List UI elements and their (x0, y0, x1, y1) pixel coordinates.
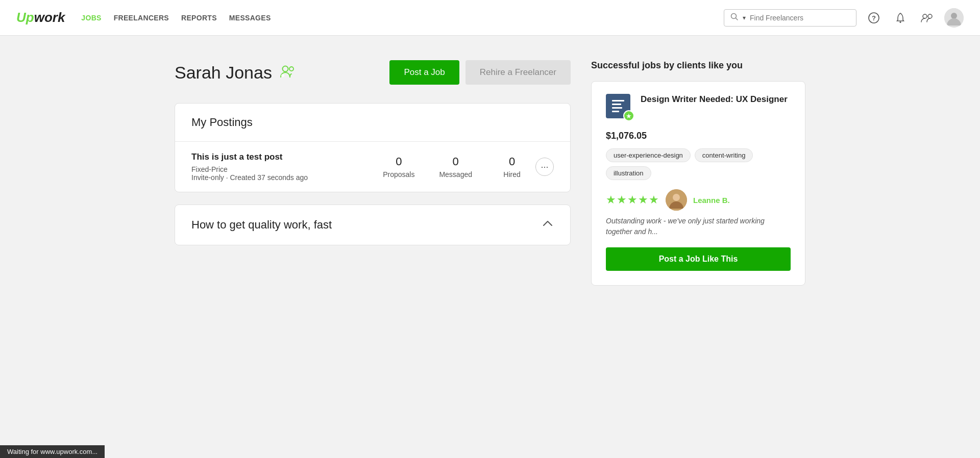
job-card-title[interactable]: Design Writer Needed: UX Designer (641, 94, 788, 106)
my-postings-title: My Postings (191, 116, 554, 129)
job-icon-wrap: ★ (606, 94, 632, 120)
page-title-row: Sarah Jonas (175, 63, 296, 83)
page-content: Sarah Jonas Post a Job Rehire a Freelan (158, 36, 822, 310)
page-title: Sarah Jonas (175, 63, 272, 83)
svg-text:?: ? (872, 14, 876, 21)
logo[interactable]: Upwork (16, 10, 65, 26)
reviewer-avatar (666, 189, 687, 211)
badge-star-icon: ★ (623, 110, 634, 121)
job-icon-line-3 (612, 107, 622, 109)
posting-row: This is just a test post Fixed-Price Inv… (175, 142, 570, 192)
nav-messages[interactable]: MESSAGES (229, 14, 271, 22)
proposals-label: Proposals (383, 170, 414, 179)
job-icon-line-1 (612, 100, 624, 101)
status-text: Waiting for www.upwork.com... (7, 448, 97, 455)
job-icon-line-2 (612, 104, 621, 105)
account-switch-icon[interactable] (918, 9, 936, 27)
my-postings-header: My Postings (175, 104, 570, 142)
my-postings-card: My Postings This is just a test post Fix… (175, 103, 571, 192)
main-nav: JOBS FREELANCERS REPORTS MESSAGES (81, 14, 271, 22)
hired-label: Hired (503, 170, 520, 179)
svg-line-1 (736, 18, 738, 20)
reviewer-name[interactable]: Leanne B. (693, 196, 730, 205)
header-right: ▾ ? (724, 8, 964, 28)
posting-secondary-meta: Invite-only · Created 37 seconds ago (191, 173, 383, 182)
tag-1[interactable]: content-writing (695, 148, 753, 162)
logo-up-text: Up (16, 10, 34, 26)
right-column: Successful jobs by clients like you ★ De… (591, 60, 805, 286)
left-column: Sarah Jonas Post a Job Rehire a Freelan (175, 60, 571, 286)
page-header: Sarah Jonas Post a Job Rehire a Freelan (175, 60, 571, 85)
posting-title[interactable]: This is just a test post (191, 152, 383, 162)
star-rating: ★★★★★ (606, 193, 659, 207)
svg-point-9 (282, 66, 288, 72)
posting-type-label: Fixed-Price (191, 165, 228, 173)
search-input[interactable] (750, 14, 850, 22)
help-icon[interactable]: ? (865, 9, 883, 27)
job-amount: $1,076.05 (606, 131, 791, 141)
post-job-button[interactable]: Post a Job (389, 60, 459, 85)
hired-stat: 0 Hired (497, 155, 527, 179)
nav-jobs[interactable]: JOBS (81, 14, 101, 22)
chevron-up-icon (542, 217, 554, 233)
job-tags: user-experience-design content-writing i… (606, 148, 791, 180)
sidebar-heading: Successful jobs by clients like you (591, 60, 805, 71)
tag-0[interactable]: user-experience-design (606, 148, 691, 162)
hired-count: 0 (509, 155, 515, 168)
posting-type: Fixed-Price (191, 165, 383, 173)
user-avatar[interactable] (944, 8, 964, 28)
team-icon[interactable] (279, 64, 296, 81)
header: Upwork JOBS FREELANCERS REPORTS MESSAGES… (0, 0, 980, 36)
nav-freelancers[interactable]: FREELANCERS (114, 14, 169, 22)
svg-point-4 (900, 21, 901, 23)
status-bar: Waiting for www.upwork.com... (0, 445, 105, 458)
search-dropdown-icon[interactable]: ▾ (743, 14, 746, 21)
header-actions: Post a Job Rehire a Freelancer (389, 60, 571, 85)
rehire-freelancer-button[interactable]: Rehire a Freelancer (465, 60, 571, 85)
logo-work-text: work (34, 10, 65, 26)
job-icon-line-4 (612, 111, 619, 112)
svg-point-5 (923, 14, 927, 18)
notifications-icon[interactable] (891, 9, 910, 27)
review-text: Outstanding work - we've only just start… (606, 216, 791, 237)
messaged-count: 0 (453, 155, 459, 168)
proposals-stat: 0 Proposals (383, 155, 414, 179)
svg-point-15 (673, 194, 680, 201)
search-bar[interactable]: ▾ (724, 9, 856, 27)
posting-info: This is just a test post Fixed-Price Inv… (191, 152, 383, 182)
svg-point-8 (951, 13, 957, 19)
proposals-count: 0 (396, 155, 402, 168)
posting-stats: 0 Proposals 0 Messaged 0 Hired (383, 155, 527, 179)
job-icon-lines (612, 100, 624, 112)
post-job-like-button[interactable]: Post a Job Like This (606, 247, 791, 271)
how-to-title: How to get quality work, fast (191, 218, 332, 232)
reviewer-row: ★★★★★ Leanne B. (606, 189, 791, 211)
more-dots-icon: ··· (541, 162, 548, 172)
messaged-label: Messaged (439, 170, 472, 179)
nav-reports[interactable]: REPORTS (181, 14, 217, 22)
how-to-card[interactable]: How to get quality work, fast (175, 205, 571, 245)
more-options-button[interactable]: ··· (535, 158, 554, 176)
job-card-header: ★ Design Writer Needed: UX Designer (606, 94, 791, 120)
search-icon (730, 13, 739, 23)
tag-2[interactable]: illustration (606, 166, 651, 180)
messaged-stat: 0 Messaged (439, 155, 472, 179)
job-card: ★ Design Writer Needed: UX Designer $1,0… (591, 81, 805, 286)
svg-point-10 (289, 67, 293, 71)
svg-point-6 (928, 14, 932, 18)
